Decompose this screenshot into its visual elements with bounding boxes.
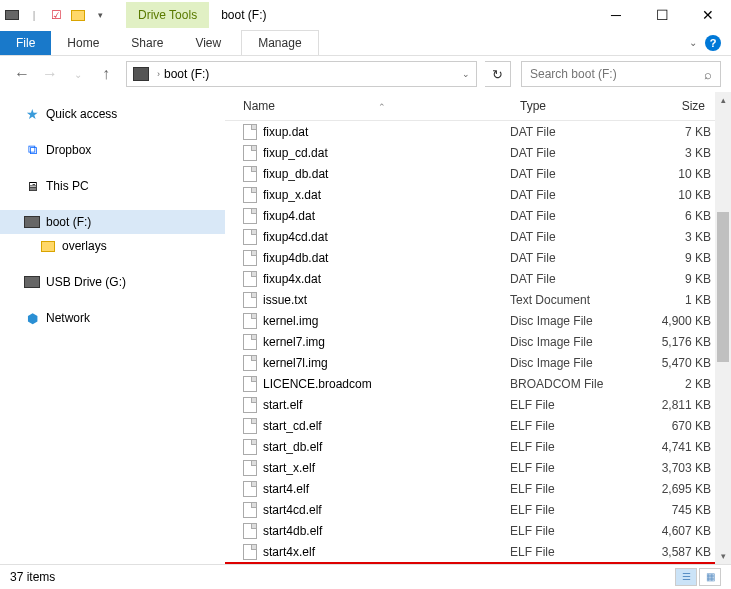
breadcrumb[interactable]: › boot (F:) ⌄ — [126, 61, 477, 87]
tree-boot-drive[interactable]: boot (F:) — [0, 210, 225, 234]
file-row[interactable]: fixup4db.datDAT File9 KB — [225, 247, 715, 268]
file-icon — [243, 229, 257, 245]
column-type[interactable]: Type — [510, 96, 630, 116]
breadcrumb-dropdown-icon[interactable]: ⌄ — [462, 69, 470, 79]
search-box[interactable]: ⌕ — [521, 61, 721, 87]
item-count: 37 items — [10, 570, 55, 584]
file-row[interactable]: fixup.datDAT File7 KB — [225, 121, 715, 142]
file-size: 3,703 KB — [630, 461, 715, 475]
forward-button[interactable]: → — [38, 62, 62, 86]
file-icon — [243, 418, 257, 434]
file-name: start4db.elf — [263, 524, 322, 538]
details-view-button[interactable]: ☰ — [675, 568, 697, 586]
scrollbar-thumb[interactable] — [717, 212, 729, 362]
file-name: fixup_cd.dat — [263, 146, 328, 160]
qat-dropdown-icon[interactable]: ▾ — [92, 7, 108, 23]
title-bar: | ☑ ▾ Drive Tools boot (F:) ─ ☐ ✕ — [0, 0, 731, 30]
file-row[interactable]: kernel.imgDisc Image File4,900 KB — [225, 310, 715, 331]
tree-label: USB Drive (G:) — [46, 275, 126, 289]
tree-overlays-folder[interactable]: overlays — [0, 234, 225, 258]
drive-tools-contextual-tab[interactable]: Drive Tools — [126, 2, 209, 28]
maximize-button[interactable]: ☐ — [639, 0, 685, 30]
column-name[interactable]: Name ⌃ — [225, 96, 510, 116]
file-name: start_cd.elf — [263, 419, 322, 433]
up-button[interactable]: ↑ — [94, 62, 118, 86]
file-row[interactable]: start4cd.elfELF File745 KB — [225, 499, 715, 520]
file-row[interactable]: fixup_db.datDAT File10 KB — [225, 163, 715, 184]
file-size: 4,607 KB — [630, 524, 715, 538]
column-size[interactable]: Size — [630, 96, 715, 116]
properties-icon[interactable]: ☑ — [48, 7, 64, 23]
file-icon — [243, 544, 257, 560]
file-size: 4,741 KB — [630, 440, 715, 454]
file-size: 10 KB — [630, 188, 715, 202]
file-type: ELF File — [510, 503, 630, 517]
file-icon — [243, 145, 257, 161]
file-row[interactable]: start4db.elfELF File4,607 KB — [225, 520, 715, 541]
tree-label: Dropbox — [46, 143, 91, 157]
network-icon: ⬢ — [24, 310, 40, 326]
tree-network[interactable]: ⬢ Network — [0, 306, 225, 330]
search-input[interactable] — [530, 67, 704, 81]
refresh-button[interactable]: ↻ — [485, 61, 511, 87]
file-row[interactable]: fixup4x.datDAT File9 KB — [225, 268, 715, 289]
scroll-up-icon[interactable]: ▴ — [715, 92, 731, 108]
file-name: kernel.img — [263, 314, 318, 328]
view-switcher: ☰ ▦ — [675, 568, 721, 586]
chevron-right-icon[interactable]: › — [157, 69, 160, 79]
window-title: boot (F:) — [209, 8, 278, 22]
file-name: fixup.dat — [263, 125, 308, 139]
ribbon-expand-icon[interactable]: ⌄ — [689, 37, 697, 48]
file-type: ELF File — [510, 419, 630, 433]
ribbon: File Home Share View Manage ⌄ ? — [0, 30, 731, 56]
file-row[interactable]: issue.txtText Document1 KB — [225, 289, 715, 310]
tree-label: Network — [46, 311, 90, 325]
file-row[interactable]: start4.elfELF File2,695 KB — [225, 478, 715, 499]
vertical-scrollbar[interactable]: ▴ ▾ — [715, 92, 731, 564]
file-name: kernel7.img — [263, 335, 325, 349]
tab-view[interactable]: View — [179, 31, 237, 55]
search-icon[interactable]: ⌕ — [704, 67, 712, 82]
minimize-button[interactable]: ─ — [593, 0, 639, 30]
file-row[interactable]: SSHFile0 KB — [225, 562, 715, 564]
tree-dropbox[interactable]: ⧉ Dropbox — [0, 138, 225, 162]
file-type: DAT File — [510, 230, 630, 244]
back-button[interactable]: ← — [10, 62, 34, 86]
file-row[interactable]: kernel7l.imgDisc Image File5,470 KB — [225, 352, 715, 373]
file-type: DAT File — [510, 209, 630, 223]
breadcrumb-location[interactable]: boot (F:) — [164, 67, 209, 81]
file-name: fixup4.dat — [263, 209, 315, 223]
file-row[interactable]: fixup_cd.datDAT File3 KB — [225, 142, 715, 163]
drive-icon — [24, 274, 40, 290]
help-icon[interactable]: ? — [705, 35, 721, 51]
recent-dropdown-icon[interactable]: ⌄ — [66, 62, 90, 86]
file-row[interactable]: start.elfELF File2,811 KB — [225, 394, 715, 415]
tree-this-pc[interactable]: 🖥 This PC — [0, 174, 225, 198]
file-row[interactable]: start4x.elfELF File3,587 KB — [225, 541, 715, 562]
file-row[interactable]: LICENCE.broadcomBROADCOM File2 KB — [225, 373, 715, 394]
folder-icon[interactable] — [70, 7, 86, 23]
file-row[interactable]: fixup_x.datDAT File10 KB — [225, 184, 715, 205]
file-row[interactable]: kernel7.imgDisc Image File5,176 KB — [225, 331, 715, 352]
scroll-down-icon[interactable]: ▾ — [715, 548, 731, 564]
file-type: ELF File — [510, 524, 630, 538]
file-row[interactable]: start_cd.elfELF File670 KB — [225, 415, 715, 436]
tab-home[interactable]: Home — [51, 31, 115, 55]
tab-manage[interactable]: Manage — [241, 30, 318, 55]
close-button[interactable]: ✕ — [685, 0, 731, 30]
file-row[interactable]: fixup4cd.datDAT File3 KB — [225, 226, 715, 247]
file-row[interactable]: start_x.elfELF File3,703 KB — [225, 457, 715, 478]
quick-access-toolbar: | ☑ ▾ — [0, 7, 112, 23]
tab-share[interactable]: Share — [115, 31, 179, 55]
column-headers: Name ⌃ Type Size — [225, 92, 715, 121]
tree-usb-drive[interactable]: USB Drive (G:) — [0, 270, 225, 294]
file-row[interactable]: start_db.elfELF File4,741 KB — [225, 436, 715, 457]
file-name: LICENCE.broadcom — [263, 377, 372, 391]
tab-file[interactable]: File — [0, 31, 51, 55]
icons-view-button[interactable]: ▦ — [699, 568, 721, 586]
tree-quick-access[interactable]: ★ Quick access — [0, 102, 225, 126]
file-row[interactable]: fixup4.datDAT File6 KB — [225, 205, 715, 226]
file-type: DAT File — [510, 146, 630, 160]
window-controls: ─ ☐ ✕ — [593, 0, 731, 30]
file-icon — [243, 523, 257, 539]
